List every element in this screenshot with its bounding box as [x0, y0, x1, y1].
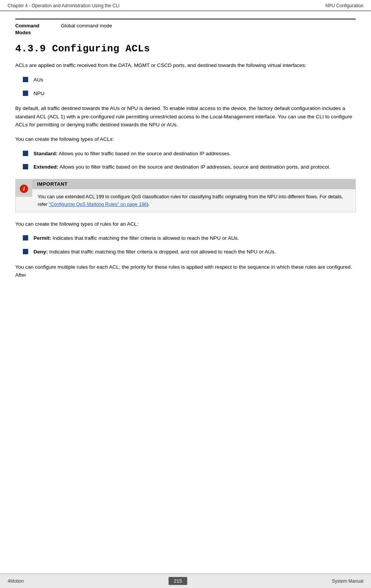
header-chapter: Chapter 4 - Operation and Administration…: [8, 3, 119, 8]
body-paragraph-1: By default, all traffic destined towards…: [15, 104, 356, 129]
rule1-label: Permit:: [33, 235, 51, 241]
important-header-label: IMPORTANT: [32, 179, 355, 189]
virtual-interfaces-list: AUs NPU: [23, 76, 356, 97]
closing-paragraph: You can configure multiple rules for eac…: [15, 263, 356, 279]
footer-page-number: 215: [169, 577, 188, 585]
bullet-icon-npu: [23, 91, 28, 96]
list-item-standard: Standard: Allows you to filter traffic b…: [23, 150, 356, 158]
list-item-npu: NPU: [23, 89, 356, 98]
types-intro: You can create the following types of AC…: [15, 135, 356, 143]
bullet-icon-deny: [23, 249, 28, 254]
intro-paragraph: ACLs are applied on traffic received fro…: [15, 61, 356, 70]
type2-text: Allows you to filter traffic based on th…: [59, 164, 330, 170]
important-icon: i: [20, 185, 28, 193]
section-title: Configuring ACLs: [52, 43, 150, 54]
section-heading: 4.3.9 Configuring ACLs: [15, 43, 356, 54]
bullet-icon-extended: [23, 164, 28, 169]
footer-manual: System Manual: [332, 578, 363, 584]
command-modes-value: Global command mode: [61, 22, 112, 29]
footer-brand: 4Motion: [8, 578, 24, 584]
important-link[interactable]: "Configuring QoS Marking Rules" on page …: [49, 202, 147, 207]
bullet-icon-aus: [23, 77, 28, 82]
main-content: CommandModes Global command mode 4.3.9 C…: [0, 11, 371, 308]
important-content: IMPORTANT You can use extended ACL 199 t…: [32, 179, 355, 212]
acl-types-list: Standard: Allows you to filter traffic b…: [23, 150, 356, 171]
type1-text: Allows you to filter traffic based on th…: [59, 151, 231, 156]
section-number: 4.3.9: [15, 43, 46, 54]
bullet-icon-permit: [23, 235, 28, 241]
type2-label: Extended:: [33, 164, 58, 170]
command-modes-label: CommandModes: [15, 22, 61, 36]
list-item-permit: Permit: Indicates that traffic matching …: [23, 234, 356, 242]
important-box: i IMPORTANT You can use extended ACL 199…: [15, 179, 356, 212]
rule1-text: Indicates that traffic matching the filt…: [53, 235, 239, 241]
rule2-label: Deny:: [33, 249, 48, 255]
rule-types-list: Permit: Indicates that traffic matching …: [23, 234, 356, 256]
page-footer: 4Motion 215 System Manual: [0, 574, 371, 588]
important-body-text: You can use extended ACL 199 to configur…: [32, 189, 355, 212]
rule2-text: Indicates that traffic matching the filt…: [49, 249, 276, 255]
header-section: NPU Configuration: [325, 3, 363, 8]
important-icon-col: i: [16, 179, 32, 197]
list-item-aus: AUs: [23, 76, 356, 84]
bullet-icon-standard: [23, 151, 28, 156]
list-item-deny: Deny: Indicates that traffic matching th…: [23, 248, 356, 256]
command-modes-row: CommandModes Global command mode: [15, 19, 356, 36]
type1-label: Standard:: [33, 151, 57, 156]
page-header: Chapter 4 - Operation and Administration…: [0, 0, 371, 11]
rules-intro: You can create the following types of ru…: [15, 220, 356, 228]
list-item-extended: Extended: Allows you to filter traffic b…: [23, 163, 356, 171]
